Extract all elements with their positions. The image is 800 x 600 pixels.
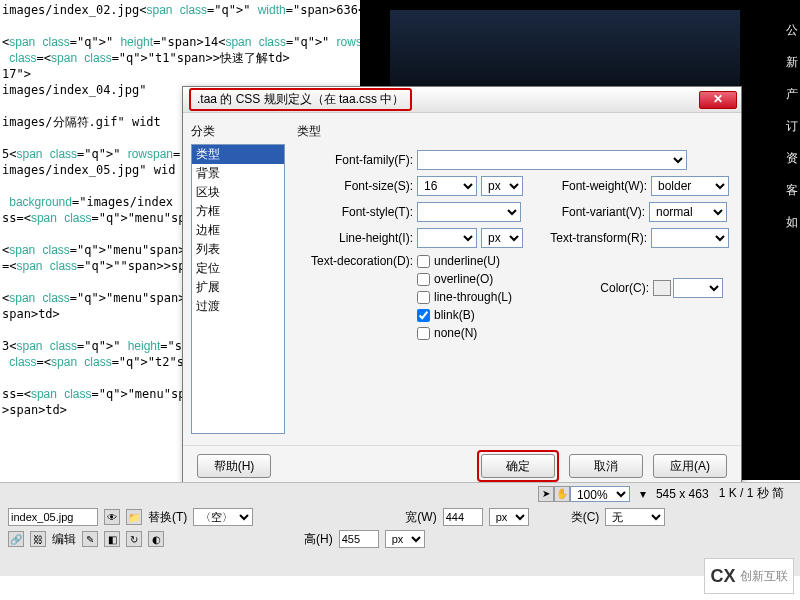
color-label: Color(C): — [600, 281, 649, 295]
help-button[interactable]: 帮助(H) — [197, 454, 271, 478]
text-transform-select[interactable] — [651, 228, 729, 248]
category-item[interactable]: 类型 — [192, 145, 284, 164]
apply-button[interactable]: 应用(A) — [653, 454, 727, 478]
zoom-select[interactable]: 100% — [570, 486, 630, 502]
dialog-title: .taa 的 CSS 规则定义（在 taa.css 中） — [189, 88, 412, 111]
text-decoration-label: Text-decoration(D): — [297, 254, 417, 268]
category-item[interactable]: 区块 — [192, 183, 284, 202]
text-transform-label: Text-transform(R): — [523, 231, 651, 245]
category-list[interactable]: 类型背景区块方框边框列表定位扩展过渡 — [191, 144, 285, 434]
class-label: 类(C) — [571, 509, 600, 526]
link-icon[interactable]: 🔗 — [8, 531, 24, 547]
width-unit[interactable]: px — [489, 508, 529, 526]
underline-checkbox[interactable] — [417, 255, 430, 268]
line-height-unit[interactable]: px — [481, 228, 523, 248]
close-icon[interactable]: ✕ — [699, 91, 737, 109]
class-select[interactable]: 无 — [605, 508, 665, 526]
font-size-label: Font-size(S): — [297, 179, 417, 193]
font-style-label: Font-style(T): — [297, 205, 417, 219]
properties-panel: 👁 📁 替换(T) 〈空〉 宽(W) px 类(C) 无 🔗 ⛓ 编辑 ✎ ◧ … — [0, 504, 800, 576]
width-input[interactable] — [443, 508, 483, 526]
replace-select[interactable]: 〈空〉 — [193, 508, 253, 526]
edit-icon[interactable]: ✎ — [82, 531, 98, 547]
height-unit[interactable]: px — [385, 530, 425, 548]
font-variant-select[interactable]: normal — [649, 202, 727, 222]
folder-icon[interactable]: 📁 — [126, 509, 142, 525]
pointer-icon[interactable]: ➤ — [538, 486, 554, 502]
height-label: 高(H) — [304, 531, 333, 548]
overline-label: overline(O) — [434, 272, 493, 286]
edit-label: 编辑 — [52, 531, 76, 548]
canvas-dimensions: 545 x 463 — [656, 487, 709, 501]
none-checkbox[interactable] — [417, 327, 430, 340]
font-variant-label: Font-variant(V): — [521, 205, 649, 219]
line-height-select[interactable] — [417, 228, 477, 248]
preview-side-labels: 公新产订资客如 — [786, 14, 798, 238]
eye-icon[interactable]: 👁 — [104, 509, 120, 525]
category-item[interactable]: 过渡 — [192, 297, 284, 316]
height-input[interactable] — [339, 530, 379, 548]
font-family-select[interactable] — [417, 150, 687, 170]
line-through-label: line-through(L) — [434, 290, 512, 304]
category-item[interactable]: 方框 — [192, 202, 284, 221]
none-label: none(N) — [434, 326, 477, 340]
category-item[interactable]: 定位 — [192, 259, 284, 278]
font-style-select[interactable] — [417, 202, 521, 222]
font-family-label: Font-family(F): — [297, 153, 417, 167]
crop-icon[interactable]: ◧ — [104, 531, 120, 547]
rotate-icon[interactable]: ↻ — [126, 531, 142, 547]
replace-label: 替换(T) — [148, 509, 187, 526]
category-item[interactable]: 列表 — [192, 240, 284, 259]
blink-label: blink(B) — [434, 308, 475, 322]
blink-checkbox[interactable] — [417, 309, 430, 322]
ok-button[interactable]: 确定 — [481, 454, 555, 478]
file-name-input[interactable] — [8, 508, 98, 526]
color-select[interactable] — [673, 278, 723, 298]
load-speed: 1 K / 1 秒 简 — [719, 485, 784, 502]
status-bar: ➤ ✋ 100% ▾ 545 x 463 1 K / 1 秒 简 — [0, 482, 800, 504]
css-rule-dialog: .taa 的 CSS 规则定义（在 taa.css 中） ✕ 分类 类型背景区块… — [182, 86, 742, 486]
underline-label: underline(U) — [434, 254, 500, 268]
dialog-titlebar[interactable]: .taa 的 CSS 规则定义（在 taa.css 中） ✕ — [183, 87, 741, 113]
color-swatch[interactable] — [653, 280, 671, 296]
category-item[interactable]: 扩展 — [192, 278, 284, 297]
cancel-button[interactable]: 取消 — [569, 454, 643, 478]
overline-checkbox[interactable] — [417, 273, 430, 286]
category-item[interactable]: 背景 — [192, 164, 284, 183]
font-weight-label: Font-weight(W): — [523, 179, 651, 193]
hand-icon[interactable]: ✋ — [554, 486, 570, 502]
line-height-label: Line-height(I): — [297, 231, 417, 245]
chain-icon[interactable]: ⛓ — [30, 531, 46, 547]
font-size-unit[interactable]: px — [481, 176, 523, 196]
font-weight-select[interactable]: bolder — [651, 176, 729, 196]
watermark-logo: CX创新互联 — [704, 558, 794, 594]
width-label: 宽(W) — [405, 509, 436, 526]
font-size-select[interactable]: 16 — [417, 176, 477, 196]
sharpen-icon[interactable]: ◐ — [148, 531, 164, 547]
line-through-checkbox[interactable] — [417, 291, 430, 304]
category-item[interactable]: 边框 — [192, 221, 284, 240]
category-label: 分类 — [191, 123, 285, 140]
type-section-label: 类型 — [297, 123, 729, 140]
